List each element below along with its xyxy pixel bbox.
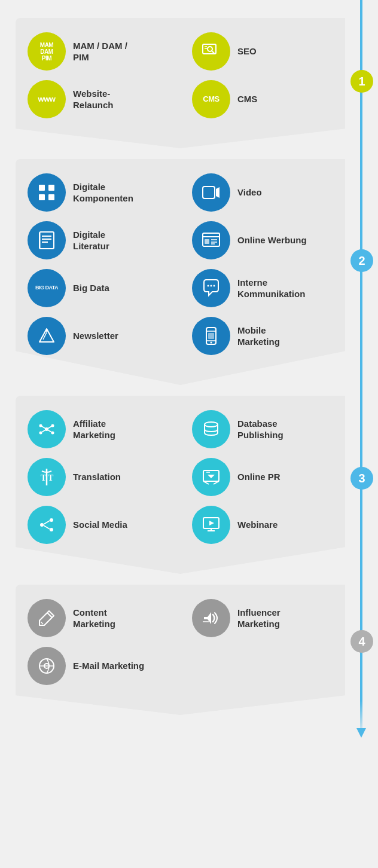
online-pr-icon — [192, 458, 230, 496]
section-3-grid: AffiliateMarketing DatabasePublishing — [28, 410, 350, 544]
svg-rect-5 — [39, 185, 45, 191]
webinare-icon — [192, 506, 230, 544]
database-publishing-icon — [192, 410, 230, 448]
translation-icon: T T — [28, 458, 66, 496]
content-marketing-label: ContentMarketing — [73, 607, 115, 630]
interne-kommunikation-label: InterneKommunikation — [237, 277, 305, 300]
content-marketing-icon — [28, 599, 66, 637]
svg-rect-6 — [48, 185, 54, 191]
svg-rect-11 — [39, 232, 54, 249]
badge-2: 2 — [350, 249, 373, 272]
svg-line-40 — [41, 429, 47, 433]
list-item: Online Werbung — [192, 221, 350, 259]
timeline-arrow — [356, 728, 366, 738]
translation-label: Translation — [73, 471, 121, 483]
list-item: InfluencerMarketing — [192, 599, 350, 637]
svg-rect-31 — [208, 333, 214, 339]
video-icon — [192, 173, 230, 212]
svg-point-1 — [208, 47, 212, 51]
seo-label: SEO — [237, 45, 257, 57]
svg-line-54 — [44, 521, 50, 524]
section-1: 1 MAMDAMPIM MAM / DAM /PIM — [16, 18, 362, 148]
seo-svg — [202, 42, 221, 61]
svg-point-52 — [50, 518, 53, 522]
email-marketing-label: E-Mail Marketing — [73, 660, 144, 672]
list-item: SEO — [192, 32, 350, 71]
online-werbung-icon — [192, 221, 230, 259]
digitale-komponenten-label: DigitaleKomponenten — [73, 181, 133, 204]
svg-point-42 — [205, 422, 218, 427]
website-relaunch-label: Website-Relaunch — [73, 88, 114, 111]
svg-point-22 — [208, 285, 209, 287]
section-1-panel: MAMDAMPIM MAM / DAM /PIM — [16, 18, 362, 148]
svg-marker-10 — [216, 187, 220, 198]
online-werbung-label: Online Werbung — [237, 234, 307, 246]
social-media-icon — [28, 506, 66, 544]
list-item: MobileMarketing — [192, 317, 350, 355]
social-media-label: Social Media — [73, 519, 127, 531]
mobile-marketing-icon — [192, 317, 230, 355]
svg-point-23 — [211, 285, 212, 287]
section-3: 3 — [16, 396, 362, 574]
svg-point-32 — [211, 342, 212, 344]
section-4-panel: ContentMarketing InfluencerMarketing — [16, 585, 362, 715]
badge-1: 1 — [350, 70, 373, 93]
svg-text:T: T — [41, 473, 47, 482]
list-item: www Website-Relaunch — [28, 80, 186, 118]
svg-point-24 — [214, 285, 215, 287]
section-4: 4 ContentMarketing — [16, 585, 362, 715]
list-item: ContentMarketing — [28, 599, 186, 637]
badge-3: 3 — [350, 467, 373, 490]
svg-point-27 — [45, 329, 48, 332]
list-item: E-Mail Marketing — [28, 647, 186, 685]
main-container: 1 MAMDAMPIM MAM / DAM /PIM — [16, 0, 362, 738]
video-label: Video — [237, 187, 262, 198]
list-item: DigitaleLiteratur — [28, 221, 186, 259]
svg-rect-7 — [39, 194, 45, 200]
mam-dam-pim-icon: MAMDAMPIM — [28, 32, 66, 71]
list-item: BIG DATA Big Data — [28, 269, 186, 307]
affiliate-marketing-icon — [28, 410, 66, 448]
list-item: MAMDAMPIM MAM / DAM /PIM — [28, 32, 186, 71]
badge-4: 4 — [350, 630, 373, 653]
webinare-label: Webinare — [237, 519, 278, 531]
influencer-marketing-icon — [192, 599, 230, 637]
influencer-marketing-label: InfluencerMarketing — [237, 607, 281, 630]
digitale-literatur-icon — [28, 221, 66, 259]
newsletter-label: Newsletter — [73, 330, 118, 342]
list-item: Webinare — [192, 506, 350, 544]
cms-label: CMS — [237, 93, 257, 105]
svg-line-38 — [41, 426, 47, 429]
list-item: Video — [192, 173, 350, 212]
digitale-literatur-label: DigitaleLiteratur — [73, 229, 109, 252]
online-pr-label: Online PR — [237, 471, 281, 483]
list-item: InterneKommunikation — [192, 269, 350, 307]
section-4-grid: ContentMarketing InfluencerMarketing — [28, 599, 350, 685]
section-2: 2 DigitaleKomponenten — [16, 159, 362, 385]
mobile-marketing-label: MobileMarketing — [237, 325, 280, 348]
svg-marker-57 — [209, 521, 214, 525]
database-publishing-label: DatabasePublishing — [237, 418, 284, 441]
svg-point-53 — [50, 528, 53, 531]
svg-rect-8 — [48, 194, 54, 200]
svg-rect-18 — [205, 239, 209, 244]
svg-line-39 — [47, 426, 53, 429]
seo-icon — [192, 32, 230, 71]
section-2-panel: DigitaleKomponenten Video — [16, 159, 362, 385]
timeline-line — [360, 0, 362, 738]
section-1-grid: MAMDAMPIM MAM / DAM /PIM — [28, 32, 350, 118]
list-item: Newsletter — [28, 317, 186, 355]
big-data-label: Big Data — [73, 282, 109, 294]
list-item: DigitaleKomponenten — [28, 173, 186, 212]
list-item: Social Media — [28, 506, 186, 544]
list-item: DatabasePublishing — [192, 410, 350, 448]
newsletter-icon — [28, 317, 66, 355]
list-item: AffiliateMarketing — [28, 410, 186, 448]
svg-rect-9 — [203, 187, 215, 198]
svg-line-55 — [44, 525, 50, 529]
affiliate-marketing-label: AffiliateMarketing — [73, 418, 115, 441]
cms-icon: CMS — [192, 80, 230, 118]
section-3-panel: AffiliateMarketing DatabasePublishing — [16, 396, 362, 574]
mam-dam-pim-label: MAM / DAM /PIM — [73, 40, 127, 63]
list-item: CMS CMS — [192, 80, 350, 118]
